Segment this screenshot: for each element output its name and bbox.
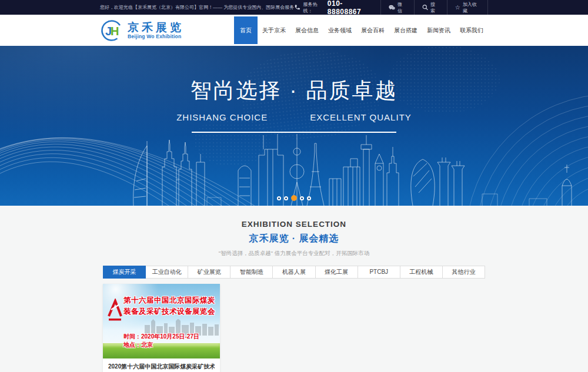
main-nav: 首页 关于京禾 展会信息 业务领域 展会百科 展台搭建 新闻资讯 联系我们 (234, 15, 488, 46)
carousel-dots (277, 195, 311, 201)
search-link[interactable]: 搜索 (414, 0, 447, 15)
logo-name-cn: 京禾展览 (128, 22, 184, 33)
slogan-en: ZHISHANG CHOICE EXCELLENT QUALITY (0, 112, 588, 122)
poster-meta: 时间：2020年10月25日-27日 地点：北京 (123, 333, 199, 349)
tab-mining-exhibition[interactable]: 矿业展览 (188, 266, 230, 279)
tab-engineering-machinery[interactable]: 工程机械 (400, 266, 443, 279)
hero-slogan: 智尚选择 · 品质卓越 ZHISHANG CHOICE EXCELLENT QU… (0, 76, 588, 133)
nav-home[interactable]: 首页 (234, 16, 258, 44)
nav-exhibition-info[interactable]: 展会信息 (290, 16, 323, 44)
tab-robot-exhibition[interactable]: 机器人展 (272, 266, 315, 279)
carousel-dot-3[interactable] (291, 195, 297, 201)
svg-text:H: H (111, 24, 119, 37)
welcome-text: 您好，欢迎光临【京禾展览（北京）有限公司】官网！—— 为您提供专业国内、国际展会… (100, 0, 294, 15)
tab-ptcbj[interactable]: PTCBJ (358, 266, 400, 279)
carousel-dot-5[interactable] (307, 196, 311, 200)
section-title-cn: 京禾展览 · 展会精选 (0, 233, 588, 245)
logo-jh-icon: J H (100, 19, 123, 42)
phone-icon (294, 4, 300, 11)
topbar: 您好，欢迎光临【京禾展览（北京）有限公司】官网！—— 为您提供专业国内、国际展会… (0, 0, 588, 15)
nav-contact[interactable]: 联系我们 (455, 16, 488, 44)
carousel-dot-2[interactable] (284, 196, 288, 200)
hero-banner: 智尚选择 · 品质卓越 ZHISHANG CHOICE EXCELLENT QU… (0, 46, 588, 206)
nav-business-areas[interactable]: 业务领域 (323, 16, 356, 44)
hotline: 服务热线： 010-88808867 (294, 0, 380, 15)
wechat-icon (389, 5, 395, 11)
tab-coal-chemical[interactable]: 煤化工展 (315, 266, 358, 279)
logo[interactable]: J H 京禾展览 Beijing Wo Exhibition (100, 19, 184, 42)
exhibition-card[interactable]: 第十六届中国北京国际煤炭 装备及采矿技术设备展览会 时间：2020年10月25日… (103, 284, 220, 372)
hotline-number: 010-88808867 (328, 0, 373, 16)
search-icon (422, 4, 428, 11)
nav-exhibition-wiki[interactable]: 展会百科 (356, 16, 389, 44)
favorite-link[interactable]: ☆ 加入收藏 (447, 0, 488, 15)
poster-title-line1: 第十六届中国北京国际煤炭 (123, 295, 218, 306)
wechat-label: 微信 (397, 1, 406, 14)
poster-place: 地点：北京 (123, 341, 199, 349)
tab-smart-manufacturing[interactable]: 智能制造 (230, 266, 273, 279)
search-label: 搜索 (430, 1, 439, 14)
poster-title-line2: 装备及采矿技术设备展览会 (123, 306, 218, 317)
poster-title: 第十六届中国北京国际煤炭 装备及采矿技术设备展览会 (123, 295, 218, 317)
card-info: 2020第十六届中国北京国际煤炭采矿技术设... 展出地点：中国 展出时间：20… (103, 358, 220, 372)
star-icon: ☆ (455, 5, 460, 11)
exhibition-cards: 第十六届中国北京国际煤炭 装备及采矿技术设备展览会 时间：2020年10月25日… (103, 284, 485, 372)
carousel-dot-1[interactable] (277, 196, 281, 200)
favorite-label: 加入收藏 (463, 1, 480, 14)
poster-time: 时间：2020年10月25日-27日 (123, 333, 199, 341)
slogan-en-right: EXCELLENT QUALITY (310, 112, 412, 122)
section-title-en: EXHIBITION SELECTION (0, 220, 588, 229)
wechat-link[interactable]: 微信 (380, 0, 414, 15)
nav-booth-construction[interactable]: 展台搭建 (389, 16, 422, 44)
category-tabs: 煤炭开采 工业自动化 矿业展览 智能制造 机器人展 煤化工展 PTCBJ 工程机… (103, 266, 485, 279)
exhibition-logo-icon (107, 299, 123, 322)
logo-name-en: Beijing Wo Exhibition (128, 33, 184, 39)
card-title: 2020第十六届中国北京国际煤炭采矿技术设... (108, 363, 215, 371)
tab-other-industries[interactable]: 其他行业 (442, 266, 485, 279)
slogan-en-left: ZHISHANG CHOICE (176, 112, 268, 122)
logo-text: 京禾展览 Beijing Wo Exhibition (128, 22, 184, 39)
site-header: J H 京禾展览 Beijing Wo Exhibition 首页 关于京禾 展… (0, 15, 588, 46)
nav-about[interactable]: 关于京禾 (258, 16, 290, 44)
exhibition-selection-section: EXHIBITION SELECTION 京禾展览 · 展会精选 "智尚选择，品… (0, 206, 588, 372)
tab-industrial-automation[interactable]: 工业自动化 (145, 266, 188, 279)
exhibition-poster: 第十六届中国北京国际煤炭 装备及采矿技术设备展览会 时间：2020年10月25日… (103, 284, 220, 358)
nav-news[interactable]: 新闻资讯 (422, 16, 455, 44)
carousel-dot-4[interactable] (300, 196, 304, 200)
hotline-label: 服务热线： (303, 1, 325, 14)
slogan-underline (192, 132, 396, 133)
topbar-links: 服务热线： 010-88808867 微信 搜索 (294, 0, 488, 15)
section-subtitle: "智尚选择，品质卓越" 借力展会平台专业配对，开拓国际市场 (0, 250, 588, 257)
slogan-cn: 智尚选择 · 品质卓越 (0, 76, 588, 105)
tab-coal-mining[interactable]: 煤炭开采 (103, 266, 146, 279)
